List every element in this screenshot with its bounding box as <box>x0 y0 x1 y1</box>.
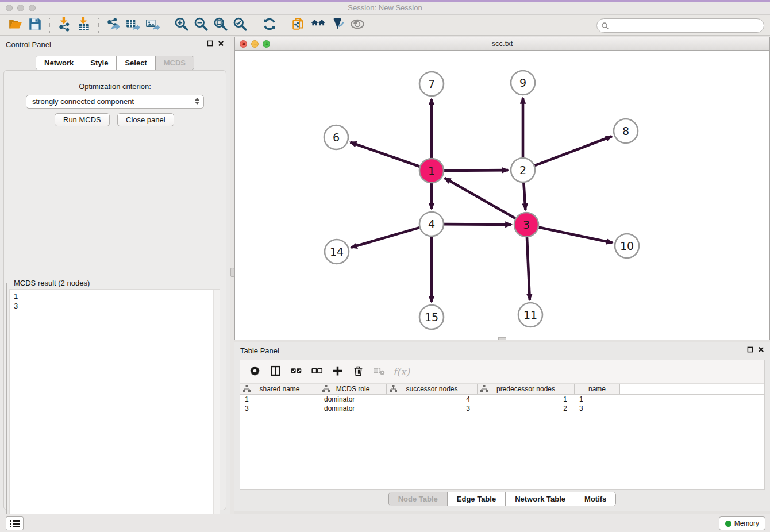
network-node-8[interactable]: 8 <box>614 119 638 143</box>
network-node-7[interactable]: 7 <box>419 72 444 96</box>
network-edge-1-6[interactable] <box>351 142 420 167</box>
tab-network[interactable]: Network <box>36 56 82 70</box>
open-session-button[interactable] <box>6 17 25 34</box>
cell-successor-nodes[interactable]: 4 <box>387 395 478 404</box>
panel-splitter[interactable] <box>230 36 234 514</box>
network-edge-1-2[interactable] <box>444 170 508 171</box>
optimization-label: Optimization criterion: <box>4 82 226 91</box>
tab-style[interactable]: Style <box>82 56 117 70</box>
import-network-button[interactable] <box>55 17 74 34</box>
show-all-button[interactable] <box>348 17 367 34</box>
close-window-button[interactable] <box>6 5 13 11</box>
tab-node-table[interactable]: Node Table <box>389 492 448 506</box>
run-mcds-button[interactable]: Run MCDS <box>55 113 110 126</box>
close-panel-icon[interactable] <box>218 40 224 47</box>
refresh-view-button[interactable] <box>260 17 279 34</box>
cell-name[interactable]: 1 <box>575 395 620 404</box>
cell-mcds-role[interactable]: dominator <box>319 395 387 404</box>
first-neighbors-icon <box>311 17 326 34</box>
network-node-1[interactable]: 1 <box>419 159 444 183</box>
save-session-button[interactable] <box>25 17 45 34</box>
network-edge-2-3[interactable] <box>523 183 525 210</box>
column-header-successor-nodes[interactable]: successor nodes <box>387 384 478 394</box>
network-edge-3-1[interactable] <box>445 178 515 218</box>
network-node-10[interactable]: 10 <box>615 234 639 258</box>
float-table-panel-icon[interactable] <box>747 346 753 353</box>
table-row[interactable]: 3dominator323 <box>240 404 764 413</box>
delete-columns-button[interactable] <box>349 364 367 380</box>
network-node-9[interactable]: 9 <box>511 71 535 95</box>
network-minimize-button[interactable]: − <box>251 40 259 48</box>
zoom-in-button[interactable] <box>172 17 191 34</box>
network-resize-handle[interactable] <box>498 337 506 340</box>
network-close-button[interactable]: × <box>240 40 247 48</box>
zoom-out-button[interactable] <box>191 17 211 34</box>
float-panel-icon[interactable] <box>207 40 213 47</box>
maximize-window-button[interactable] <box>29 5 36 11</box>
select-all-button[interactable] <box>287 364 305 380</box>
tab-motifs[interactable]: Motifs <box>575 492 615 506</box>
zoom-fit-button[interactable] <box>211 17 230 34</box>
network-edge-4-14[interactable] <box>351 228 419 248</box>
minimize-window-button[interactable] <box>17 5 24 11</box>
zoom-selected-button[interactable] <box>230 17 250 34</box>
first-neighbors-button[interactable] <box>309 17 328 34</box>
table-settings-button[interactable] <box>246 364 263 380</box>
mcds-panel: Optimization criterion: strongly connect… <box>3 70 226 510</box>
task-list-icon <box>10 519 20 528</box>
node-label: 1 <box>428 164 435 177</box>
tab-network-table[interactable]: Network Table <box>506 492 575 506</box>
network-window-titlebar: × − + scc.txt <box>235 37 769 51</box>
network-node-11[interactable]: 11 <box>518 303 542 327</box>
result-scrollbar[interactable] <box>213 290 220 532</box>
export-table-button[interactable] <box>123 17 143 34</box>
column-label: name <box>588 385 606 393</box>
network-canvas[interactable]: 7968124314101511 <box>235 51 769 340</box>
tab-edge-table[interactable]: Edge Table <box>448 492 506 506</box>
task-history-button[interactable] <box>6 516 24 530</box>
network-node-14[interactable]: 14 <box>325 240 349 264</box>
deselect-all-button[interactable] <box>308 364 325 380</box>
table-row[interactable]: 1dominator411 <box>240 395 764 404</box>
export-network-button[interactable] <box>103 17 123 34</box>
node-label: 3 <box>523 218 530 231</box>
search-input[interactable] <box>609 20 764 32</box>
network-edge-2-8[interactable] <box>535 136 612 165</box>
network-node-2[interactable]: 2 <box>511 158 535 182</box>
export-image-button[interactable] <box>143 17 162 34</box>
hide-selected-button[interactable] <box>328 17 348 34</box>
network-maximize-button[interactable]: + <box>263 40 270 48</box>
close-panel-button[interactable]: Close panel <box>117 113 174 126</box>
network-node-15[interactable]: 15 <box>419 305 444 329</box>
show-columns-button[interactable] <box>267 364 284 380</box>
cell-predecessor-nodes[interactable]: 1 <box>478 395 575 404</box>
cell-shared-name[interactable]: 1 <box>240 395 319 404</box>
tab-select[interactable]: Select <box>117 56 155 70</box>
network-edge-4-3[interactable] <box>444 224 511 225</box>
import-table-button[interactable] <box>74 17 94 34</box>
tab-mcds[interactable]: MCDS <box>156 56 194 70</box>
add-column-button[interactable] <box>329 364 346 380</box>
memory-button[interactable]: Memory <box>719 516 765 530</box>
optimization-select[interactable]: strongly connected component <box>26 95 204 109</box>
cell-predecessor-nodes[interactable]: 2 <box>478 404 575 413</box>
network-node-6[interactable]: 6 <box>324 125 348 149</box>
column-header-predecessor-nodes[interactable]: predecessor nodes <box>478 384 575 394</box>
column-header-name[interactable]: name <box>575 384 620 394</box>
splitter-handle[interactable] <box>230 268 234 277</box>
column-header-mcds-role[interactable]: MCDS role <box>319 384 387 394</box>
cell-successor-nodes[interactable]: 3 <box>387 404 478 413</box>
close-table-panel-icon[interactable] <box>758 346 764 353</box>
network-window: × − + scc.txt 7968124314101511 <box>234 37 770 340</box>
network-edge-3-10[interactable] <box>539 228 613 243</box>
search-box[interactable] <box>596 18 764 33</box>
cell-shared-name[interactable]: 3 <box>240 404 319 413</box>
cell-name[interactable]: 3 <box>575 404 620 413</box>
network-node-3[interactable]: 3 <box>514 213 538 237</box>
network-node-4[interactable]: 4 <box>419 212 444 236</box>
mcds-result-textarea[interactable]: 1 3 <box>9 289 220 532</box>
network-edge-3-11[interactable] <box>527 237 530 300</box>
column-header-shared-name[interactable]: shared name <box>240 384 319 394</box>
cell-mcds-role[interactable]: dominator <box>319 404 387 413</box>
copy-network-button[interactable] <box>289 17 309 34</box>
